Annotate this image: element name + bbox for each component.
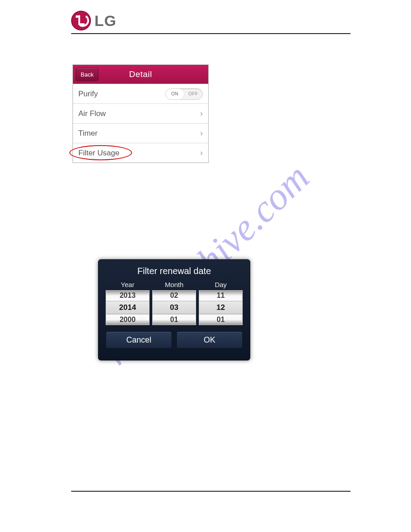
day-column: Day 11 12 01 [199, 281, 243, 325]
lg-logo-icon [71, 11, 91, 30]
year-selected: 2014 [106, 301, 149, 314]
brand-name: LG [94, 12, 116, 30]
cancel-button-label: Cancel [126, 335, 151, 345]
day-selected: 12 [199, 301, 242, 314]
month-column: Month 02 03 01 [152, 281, 196, 325]
year-wheel[interactable]: 2013 2014 2000 [106, 290, 150, 325]
detail-titlebar: Back Detail [73, 65, 208, 84]
month-next: 01 [153, 315, 196, 325]
purify-toggle-off[interactable]: OFF [184, 89, 202, 99]
row-purify: Purify ON OFF [73, 84, 208, 103]
year-header: Year [106, 281, 150, 288]
row-airflow-label: Air Flow [78, 109, 200, 118]
row-filter-usage[interactable]: Filter Usage › [73, 143, 208, 163]
ok-button[interactable]: OK [176, 331, 243, 348]
row-timer[interactable]: Timer › [73, 123, 208, 143]
filter-renewal-dialog: Filter renewal date Year 2013 2014 2000 … [98, 259, 250, 360]
day-header: Day [199, 281, 243, 288]
page-header: LG [71, 5, 351, 34]
purify-toggle-on[interactable]: ON [166, 89, 184, 99]
year-next: 2000 [106, 315, 149, 325]
row-airflow[interactable]: Air Flow › [73, 103, 208, 123]
row-purify-label: Purify [78, 90, 165, 99]
page: LG manualshive.com Back Detail Purify ON… [0, 0, 411, 532]
row-filter-usage-label: Filter Usage [78, 149, 200, 158]
chevron-right-icon: › [200, 109, 203, 118]
day-next: 01 [199, 315, 242, 325]
cancel-button[interactable]: Cancel [106, 331, 172, 348]
purify-toggle[interactable]: ON OFF [165, 88, 203, 100]
month-selected: 03 [153, 301, 196, 314]
back-button[interactable]: Back [76, 68, 98, 81]
month-header: Month [152, 281, 196, 288]
year-column: Year 2013 2014 2000 [106, 281, 150, 325]
chevron-right-icon: › [200, 148, 203, 158]
month-wheel[interactable]: 02 03 01 [152, 290, 196, 325]
ok-button-label: OK [204, 335, 215, 345]
month-prev: 02 [153, 291, 196, 300]
year-prev: 2013 [106, 291, 149, 300]
lg-logo: LG [71, 11, 116, 30]
day-prev: 11 [199, 291, 242, 300]
date-columns: Year 2013 2014 2000 Month 02 03 01 Day [103, 281, 245, 325]
dialog-title: Filter renewal date [103, 266, 245, 276]
row-timer-label: Timer [78, 129, 200, 138]
dialog-buttons: Cancel OK [103, 331, 245, 348]
detail-panel: Back Detail Purify ON OFF Air Flow › Tim… [73, 64, 209, 163]
back-button-label: Back [81, 71, 94, 78]
day-wheel[interactable]: 11 12 01 [199, 290, 243, 325]
page-footer-rule [71, 491, 351, 492]
chevron-right-icon: › [200, 129, 203, 138]
